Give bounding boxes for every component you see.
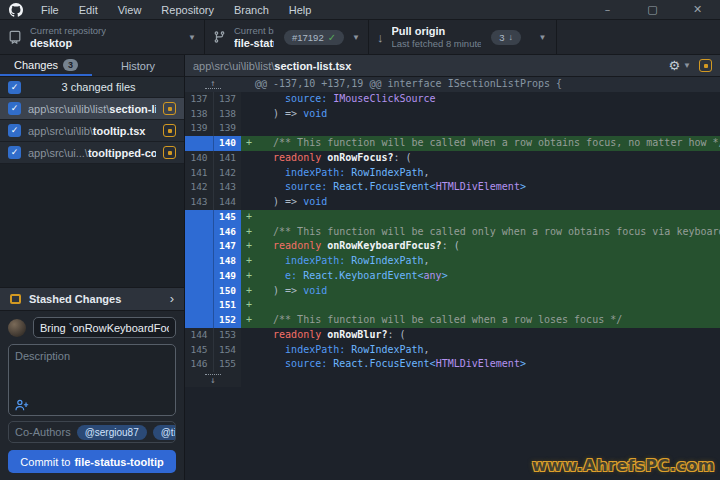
arrow-down-icon: ↓: [509, 32, 514, 42]
repository-dropdown-icon: ▼: [180, 33, 196, 42]
expand-down-icon[interactable]: ↓: [205, 374, 220, 384]
changes-history-tabs: Changes 3 History: [0, 55, 184, 77]
commit-form: Co-Authors @sergiou87@tidy-dev Commit to…: [0, 310, 184, 480]
diff-row[interactable]: 144153 readonly onRowBlur?: (: [185, 328, 720, 343]
current-repository-button[interactable]: Current repository desktop ▼: [0, 20, 205, 54]
modified-icon: [163, 102, 176, 115]
tab-changes-label: Changes: [14, 59, 58, 71]
changed-files-header: ✓ 3 changed files: [0, 77, 184, 98]
pull-count-badge: 3↓: [491, 30, 521, 45]
coauthor-pill[interactable]: @tidy-dev: [153, 425, 176, 440]
diff-rows: ↑@@ -137,10 +137,19 @@ interface ISectio…: [185, 77, 720, 480]
file-path: app\src\ui\lib\list\section-list.tsx: [28, 103, 156, 115]
diff-row[interactable]: 140+ /** This function will be called wh…: [185, 136, 720, 151]
file-row[interactable]: ✓app\src\ui\lib\tooltip.tsx: [0, 120, 184, 142]
diff-row[interactable]: 151+: [185, 298, 720, 313]
current-branch-button[interactable]: Current branch file-status-too... #17192…: [205, 20, 369, 54]
stashed-changes-label: Stashed Changes: [29, 293, 121, 305]
modified-icon: [699, 59, 712, 72]
tab-history[interactable]: History: [92, 55, 184, 76]
modified-icon: [163, 146, 176, 159]
branch-icon: [213, 30, 226, 44]
expand-up-icon[interactable]: ↑: [205, 79, 220, 89]
diff-row[interactable]: 142143 source: React.FocusEvent<HTMLDivE…: [185, 180, 720, 195]
diff-row[interactable]: 146155 source: React.FocusEvent<HTMLDivE…: [185, 357, 720, 372]
stashed-changes-row[interactable]: Stashed Changes ›: [0, 287, 184, 310]
commit-description-input[interactable]: [9, 345, 175, 415]
minimize-button[interactable]: –: [585, 0, 630, 20]
modified-icon: [163, 124, 176, 137]
file-checkbox[interactable]: ✓: [8, 102, 21, 115]
diff-row[interactable]: 149+ e: React.KeyboardEvent<any>: [185, 269, 720, 284]
gear-icon[interactable]: ⚙: [668, 59, 680, 72]
file-path: app\src\ui\lib\tooltip.tsx: [28, 125, 156, 137]
diff-row[interactable]: 145154 indexPath: RowIndexPath,: [185, 343, 720, 358]
diff-row[interactable]: 146+ /** This function will be called on…: [185, 225, 720, 240]
file-checkbox[interactable]: ✓: [8, 124, 21, 137]
pull-origin-button[interactable]: ↓ Pull origin Last fetched 8 minutes ago…: [369, 20, 529, 54]
coauthor-pill[interactable]: @sergiou87: [77, 425, 147, 440]
close-button[interactable]: ✕: [675, 0, 720, 20]
diff-row[interactable]: 140141 readonly onRowFocus?: (: [185, 151, 720, 166]
pull-options-button[interactable]: ▼: [529, 20, 557, 54]
file-checkbox[interactable]: ✓: [8, 146, 21, 159]
chevron-right-icon: ›: [170, 294, 174, 304]
diff-row[interactable]: 148+ indexPath: RowIndexPath,: [185, 254, 720, 269]
menu-edit[interactable]: Edit: [69, 0, 108, 20]
title-bar: File Edit View Repository Branch Help – …: [0, 0, 720, 20]
diff-row[interactable]: 147+ readonly onRowKeyboardFocus?: (: [185, 239, 720, 254]
branch-dropdown-icon: ▼: [344, 33, 360, 42]
menu-branch[interactable]: Branch: [224, 0, 279, 20]
diff-options-dropdown-icon[interactable]: ▼: [683, 61, 691, 70]
diff-row[interactable]: ↓: [185, 372, 720, 387]
repository-name: desktop: [30, 37, 106, 50]
diff-row[interactable]: 137137 source: IMouseClickSource: [185, 92, 720, 107]
check-icon: ✓: [328, 32, 336, 43]
watermark: www.AhrefsPC.com: [532, 456, 715, 475]
file-row[interactable]: ✓app\src\ui...\tooltipped-content.tsx: [0, 142, 184, 164]
coauthors-label: Co-Authors: [15, 426, 71, 438]
diff-row[interactable]: ↑@@ -137,10 +137,19 @@ interface ISectio…: [185, 77, 720, 92]
pull-title: Pull origin: [392, 25, 482, 38]
diff-row[interactable]: 145+: [185, 210, 720, 225]
tab-changes[interactable]: Changes 3: [0, 55, 92, 76]
menu-file[interactable]: File: [31, 0, 69, 20]
pull-subtitle: Last fetched 8 minutes ago: [392, 38, 482, 50]
commit-description-box: [8, 344, 176, 416]
avatar: [8, 319, 26, 337]
diff-file-header: app\src\ui\lib\list\section-list.tsx ⚙ ▼: [185, 55, 720, 77]
menu-help[interactable]: Help: [279, 0, 322, 20]
commit-button[interactable]: Commit to file-status-tooltip: [8, 450, 176, 473]
branch-name: file-status-too...: [234, 37, 274, 50]
diff-row[interactable]: 139139: [185, 121, 720, 136]
diff-file-path: app\src\ui\lib\list\section-list.tsx: [193, 60, 668, 72]
commit-button-branch: file-status-tooltip: [74, 456, 163, 468]
maximize-button[interactable]: ▢: [630, 0, 675, 20]
diff-row[interactable]: 138138 ) => void: [185, 107, 720, 122]
toolbar: Current repository desktop ▼ Current bra…: [0, 20, 720, 55]
diff-panel: app\src\ui\lib\list\section-list.tsx ⚙ ▼…: [185, 55, 720, 480]
commit-summary-input[interactable]: [33, 317, 176, 338]
diff-row[interactable]: 143144 ) => void: [185, 195, 720, 210]
menu-repository[interactable]: Repository: [151, 0, 224, 20]
sidebar-spacer: [0, 164, 184, 287]
github-logo-icon: [9, 3, 23, 17]
file-row[interactable]: ✓app\src\ui\lib\list\section-list.tsx: [0, 98, 184, 120]
changes-count-badge: 3: [63, 59, 78, 71]
sidebar: Changes 3 History ✓ 3 changed files ✓app…: [0, 55, 185, 480]
file-path: app\src\ui...\tooltipped-content.tsx: [28, 147, 156, 159]
coauthor-pills: @sergiou87@tidy-dev: [77, 425, 176, 440]
diff-row[interactable]: 152+ /** This function will be called wh…: [185, 313, 720, 328]
repository-icon: [8, 30, 22, 44]
diff-row[interactable]: 141142 indexPath: RowIndexPath,: [185, 166, 720, 181]
pull-dropdown-icon: ▼: [539, 33, 547, 42]
coauthors-row: Co-Authors @sergiou87@tidy-dev: [8, 421, 176, 443]
commit-button-prefix: Commit to: [20, 456, 70, 468]
menu-view[interactable]: View: [108, 0, 152, 20]
pr-badge: #17192✓: [284, 30, 344, 45]
include-all-checkbox[interactable]: ✓: [8, 81, 21, 94]
stash-icon: [10, 294, 21, 304]
repository-label: Current repository: [30, 25, 106, 37]
diff-row[interactable]: 150+ ) => void: [185, 284, 720, 299]
add-coauthor-icon[interactable]: [15, 399, 29, 411]
